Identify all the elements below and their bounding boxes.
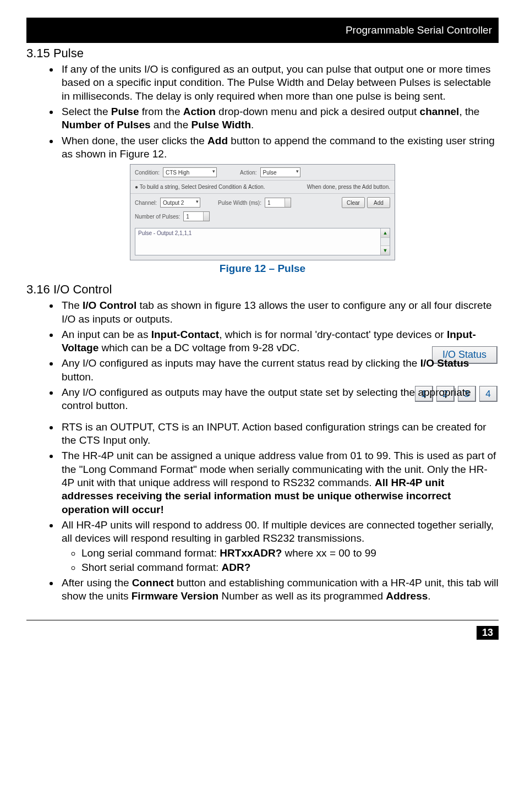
condition-select[interactable]: CTS High <box>163 167 217 177</box>
num-pulses-label: Number of Pulses: <box>135 214 180 220</box>
io-bullet-1: The I/O Control tab as shown in figure 1… <box>59 299 499 326</box>
pulse-width-spinner[interactable]: 1 <box>265 198 291 208</box>
add-button[interactable]: Add <box>367 197 390 208</box>
scroll-down-icon[interactable]: ▼ <box>381 246 390 255</box>
figure-12-caption: Figure 12 – Pulse <box>26 263 499 275</box>
scroll-up-icon[interactable]: ▲ <box>381 228 390 238</box>
io-bullet-5: RTS is an OUTPUT, CTS is an INPUT. Actio… <box>59 421 499 448</box>
scrollbar[interactable]: ▲ ▼ <box>380 228 390 255</box>
num-pulses-spinner[interactable]: 1 <box>183 211 210 221</box>
io-bullet-7: All HR-4P units will respond to address … <box>59 519 499 574</box>
channel-label: Channel: <box>135 200 157 206</box>
channel-select[interactable]: Output 2 <box>160 198 200 208</box>
pulse-width-label: Pulse Width (ms): <box>218 200 261 206</box>
action-label: Action: <box>240 170 257 176</box>
action-select[interactable]: Pulse <box>260 167 300 177</box>
hint-right: When done, press the Add button. <box>307 184 390 190</box>
clear-button[interactable]: Clear <box>342 197 365 208</box>
pulse-bullet-3: When done, the user clicks the Add butto… <box>59 134 499 161</box>
string-textarea[interactable]: Pulse - Output 2,1,1,1 ▲ ▼ <box>135 228 390 255</box>
header-title: Programmable Serial Controller <box>346 24 492 36</box>
io-sub-long: Long serial command format: HRTxxADR? wh… <box>81 547 499 560</box>
hint-left: ● To build a string, Select Desired Cond… <box>135 184 265 190</box>
section-pulse-title: 3.15 Pulse <box>26 46 499 61</box>
io-sub-short: Short serial command format: ADR? <box>81 561 499 574</box>
figure-12-screenshot: Condition: CTS High Action: Pulse ● To b… <box>130 164 395 260</box>
condition-label: Condition: <box>135 170 160 176</box>
io-bullet-6: The HR-4P unit can be assigned a unique … <box>59 449 499 516</box>
pulse-bullet-1: If any of the units I/O is configured as… <box>59 63 499 103</box>
output-4-button[interactable]: 4 <box>479 386 497 402</box>
page-number: 13 <box>477 626 499 640</box>
io-bullet-4: Any I/O configured as outputs may have t… <box>59 386 499 418</box>
io-bullet-3: Any I/O configured as inputs may have th… <box>59 357 499 384</box>
header-bar: Programmable Serial Controller <box>26 18 499 43</box>
pulse-bullet-2: Select the Pulse from the Action drop-do… <box>59 105 499 132</box>
io-bullet-8: After using the Connect button and estab… <box>59 576 499 603</box>
section-io-title: 3.16 I/O Control <box>26 282 499 297</box>
